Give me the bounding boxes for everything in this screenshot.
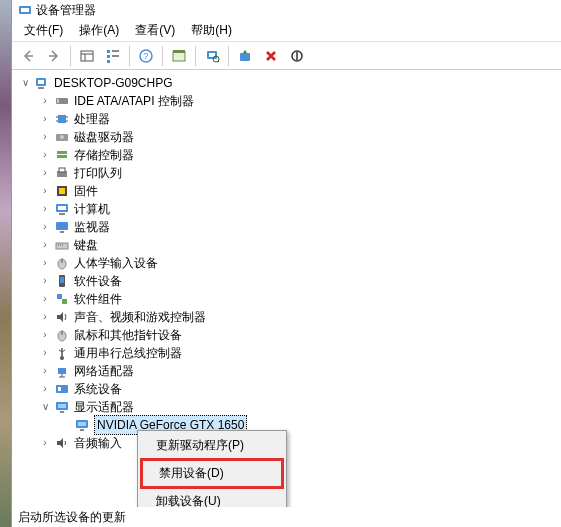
- svg-rect-62: [56, 385, 68, 393]
- chevron-right-icon[interactable]: ›: [38, 184, 52, 198]
- category-label: 打印队列: [74, 164, 122, 182]
- detail-button[interactable]: [101, 44, 125, 68]
- category-row[interactable]: ›声音、视频和游戏控制器: [14, 308, 559, 326]
- toolbar: ?: [12, 42, 561, 70]
- chevron-right-icon[interactable]: ›: [38, 436, 52, 450]
- svg-rect-32: [57, 151, 67, 154]
- display-icon: [54, 399, 70, 415]
- category-row[interactable]: ›软件设备: [14, 272, 559, 290]
- uninstall-button[interactable]: [259, 44, 283, 68]
- chevron-right-icon[interactable]: ›: [38, 130, 52, 144]
- chevron-right-icon[interactable]: ›: [38, 346, 52, 360]
- category-row[interactable]: ›系统设备: [14, 380, 559, 398]
- update-driver-button[interactable]: [233, 44, 257, 68]
- svg-rect-12: [173, 52, 185, 61]
- chevron-down-icon[interactable]: ∨: [18, 76, 32, 90]
- chevron-right-icon[interactable]: ›: [38, 166, 52, 180]
- category-label: 软件组件: [74, 290, 122, 308]
- chevron-right-icon[interactable]: ›: [38, 148, 52, 162]
- svg-rect-13: [173, 50, 185, 53]
- chevron-right-icon[interactable]: ›: [38, 382, 52, 396]
- category-row[interactable]: ›磁盘驱动器: [14, 128, 559, 146]
- category-row[interactable]: ∨显示适配器: [14, 398, 559, 416]
- svg-rect-50: [60, 277, 64, 283]
- category-row[interactable]: ›网络适配器: [14, 362, 559, 380]
- computer-icon: [34, 75, 50, 91]
- svg-rect-41: [56, 222, 68, 230]
- display-icon: [74, 417, 90, 433]
- window-title: 设备管理器: [36, 2, 96, 19]
- category-row[interactable]: ›通用串行总线控制器: [14, 344, 559, 362]
- ide-icon: [54, 93, 70, 109]
- app-icon: [18, 3, 32, 17]
- category-label: 系统设备: [74, 380, 122, 398]
- forward-button[interactable]: [42, 44, 66, 68]
- chevron-right-icon[interactable]: ›: [38, 364, 52, 378]
- scan-button[interactable]: [200, 44, 224, 68]
- back-button[interactable]: [16, 44, 40, 68]
- category-row[interactable]: ›键盘: [14, 236, 559, 254]
- cpu-icon: [54, 111, 70, 127]
- keyboard-icon: [54, 237, 70, 253]
- usb-icon: [54, 345, 70, 361]
- category-row[interactable]: ›鼠标和其他指针设备: [14, 326, 559, 344]
- disk-icon: [54, 129, 70, 145]
- view-button[interactable]: [75, 44, 99, 68]
- audio-icon: [54, 435, 70, 451]
- menubar: 文件(F) 操作(A) 查看(V) 帮助(H): [12, 20, 561, 42]
- svg-point-31: [60, 135, 64, 139]
- chevron-right-icon[interactable]: ›: [38, 112, 52, 126]
- chevron-right-icon[interactable]: ›: [38, 256, 52, 270]
- svg-rect-22: [38, 87, 44, 89]
- ctx-update-driver[interactable]: 更新驱动程序(P): [140, 433, 284, 458]
- chevron-right-icon[interactable]: ›: [38, 292, 52, 306]
- category-row[interactable]: ›计算机: [14, 200, 559, 218]
- category-row[interactable]: ›固件: [14, 182, 559, 200]
- chevron-down-icon[interactable]: ∨: [38, 400, 52, 414]
- sound-icon: [54, 309, 70, 325]
- tree-root[interactable]: ∨DESKTOP-G09CHPG: [14, 74, 559, 92]
- component-icon: [54, 291, 70, 307]
- svg-rect-1: [21, 8, 29, 12]
- category-label: 监视器: [74, 218, 110, 236]
- category-label: 键盘: [74, 236, 98, 254]
- printer-icon: [54, 165, 70, 181]
- svg-rect-25: [58, 115, 66, 123]
- menu-help[interactable]: 帮助(H): [183, 20, 240, 41]
- network-icon: [54, 363, 70, 379]
- chevron-right-icon[interactable]: ›: [38, 238, 52, 252]
- svg-rect-5: [107, 50, 110, 53]
- category-label: 音频输入: [74, 434, 122, 452]
- firmware-icon: [54, 183, 70, 199]
- svg-line-17: [218, 61, 219, 62]
- svg-rect-24: [57, 99, 59, 103]
- hid-icon: [54, 255, 70, 271]
- category-row[interactable]: ›处理器: [14, 110, 559, 128]
- chevron-right-icon[interactable]: ›: [38, 202, 52, 216]
- svg-rect-9: [107, 60, 110, 63]
- category-row[interactable]: ›存储控制器: [14, 146, 559, 164]
- svg-rect-63: [58, 387, 61, 391]
- chevron-right-icon[interactable]: ›: [38, 94, 52, 108]
- chevron-right-icon[interactable]: ›: [38, 274, 52, 288]
- menu-file[interactable]: 文件(F): [16, 20, 71, 41]
- help-button[interactable]: ?: [134, 44, 158, 68]
- category-row[interactable]: ›打印队列: [14, 164, 559, 182]
- category-label: 处理器: [74, 110, 110, 128]
- category-row[interactable]: ›人体学输入设备: [14, 254, 559, 272]
- category-row[interactable]: ›IDE ATA/ATAPI 控制器: [14, 92, 559, 110]
- svg-rect-66: [60, 411, 64, 413]
- category-row[interactable]: ›软件组件: [14, 290, 559, 308]
- menu-view[interactable]: 查看(V): [127, 20, 183, 41]
- svg-rect-21: [38, 80, 44, 84]
- chevron-right-icon[interactable]: ›: [38, 328, 52, 342]
- ctx-disable-device[interactable]: 禁用设备(D): [140, 458, 284, 489]
- chevron-right-icon[interactable]: ›: [38, 220, 52, 234]
- category-row[interactable]: ›监视器: [14, 218, 559, 236]
- chevron-right-icon[interactable]: ›: [38, 310, 52, 324]
- monitor-icon: [54, 219, 70, 235]
- menu-action[interactable]: 操作(A): [71, 20, 127, 41]
- disable-button[interactable]: [285, 44, 309, 68]
- svg-rect-7: [107, 55, 110, 58]
- properties-button[interactable]: [167, 44, 191, 68]
